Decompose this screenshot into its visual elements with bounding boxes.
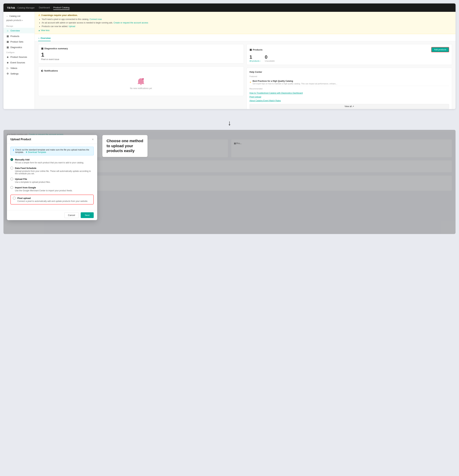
upload-file-radio[interactable] [10,178,13,180]
product-sources-icon: ◈ [6,56,9,58]
home-icon: ⌂ [38,37,40,39]
pixel-upload-desc: Connect a pixel to automatically add and… [13,200,91,202]
all-products-number: 1 [250,54,261,60]
featured-label: Featured [250,75,449,77]
recommended-label: Recommended [250,88,449,90]
nav-product-catalog[interactable]: Product Catalog [53,6,69,10]
diagnostics-icon: ▦ [6,46,9,49]
brand-logo: TikTok : Catalog Manager [7,6,35,9]
sidebar-item-products[interactable]: ▦ Products [3,33,34,39]
products-card-header: ▦ Products Add products [250,47,449,52]
import-google-desc: Use the Google Merchant Center to import… [10,189,94,192]
main-layout: ← Catalog List pipiads products ▾ Manage… [3,12,456,109]
diagnostics-number: 1 [41,52,241,58]
sidebar-item-settings[interactable]: ⚙ Settings [3,71,34,76]
diagnostics-card: ▦ Diagnostics summary 1 Pixel or event i… [38,44,244,64]
upload-file-label[interactable]: Upload File [10,178,94,180]
stat-unavailable: 0 Unavailable [265,54,275,62]
upload-link[interactable]: Upload [68,25,75,28]
sidebar: ← Catalog List pipiads products ▾ Manage… [3,12,35,109]
cancel-button[interactable]: Cancel [64,212,79,218]
info-icon: ℹ [13,149,14,151]
nav-dashboard[interactable]: Dashboard [39,6,50,10]
data-feed-title: Data Feed Schedule [15,167,36,170]
modal-title: Upload Product [10,138,31,141]
notifications-empty: No new notifications yet [41,74,241,93]
sidebar-item-product-sets[interactable]: ▦ Product Sets [3,39,34,44]
modal-body: ℹ Check out the standard template and ma… [7,144,97,210]
create-account-link[interactable]: Create or request the account access [114,22,148,24]
tiktok-wordmark: TikTok [7,6,15,9]
warning-item-1: You'll need a pixel or app connected to … [42,17,452,21]
modal-close-button[interactable]: × [92,138,94,141]
import-google-label[interactable]: Import from Google [10,186,94,189]
view-all-button[interactable]: View all ↗ [250,104,449,109]
data-feed-radio[interactable] [10,167,13,170]
manually-add-radio[interactable] [10,158,13,161]
sidebar-item-label: Diagnostics [10,46,22,49]
help-center-title: Help Center [250,71,449,73]
info-banner: ℹ Check out the standard template and ma… [10,147,94,155]
products-icon: ▦ [6,35,9,37]
sidebar-item-label: Event Sources [10,61,25,64]
pixel-upload-box: Pixel upload Connect a pixel to automati… [10,195,94,204]
radio-manually-add: Manually Add Fill out a simple form for … [10,158,94,164]
sidebar-item-event-sources[interactable]: ◈ Event Sources [3,60,34,65]
connect-now-link[interactable]: Connect now [90,18,102,20]
add-products-button[interactable]: Add products [431,47,449,52]
data-feed-label[interactable]: Data Feed Schedule [10,167,94,170]
featured-item: ✦ Best Practices for a High Quality Cata… [250,79,449,86]
app-name: Catalog Manager [17,6,35,9]
catalog-list-label: Catalog List [9,15,20,17]
sidebar-item-overview[interactable]: ⌂ Overview [3,28,34,33]
overview-tab[interactable]: ⌂ Overview [38,35,51,41]
svg-point-0 [140,84,142,85]
sidebar-item-product-sources[interactable]: ◈ Product Sources [3,54,34,60]
chevron-icon: ▾ [22,19,23,21]
top-navigation: TikTok : Catalog Manager Dashboard Produ… [3,3,456,12]
sidebar-item-diagnostics[interactable]: ▦ Diagnostics [3,44,34,50]
pixel-upload-radio[interactable] [13,197,16,199]
diagnostics-label: Pixel or event issue [41,58,241,60]
notifications-card-title: ◐ Notifications [41,69,241,72]
help-link-3[interactable]: About Catalog Event Match Rates [250,99,449,102]
notifications-icon: ◐ [41,69,43,72]
modal-footer: Cancel Next [7,210,97,220]
products-card: ▦ Products Add products 1 All products › [247,44,452,65]
overview-nav: ⌂ Overview [35,34,456,41]
bell-icon [137,78,144,86]
sidebar-item-videos[interactable]: ▷ Videos [3,65,34,71]
back-arrow-icon: ← [6,15,8,17]
sidebar-item-label: Products [10,35,19,37]
settings-icon: ⚙ [6,72,9,75]
featured-title: Best Practices for a High Quality Catalo… [253,80,337,82]
chevron-up-icon: ▲ [38,29,40,32]
catalog-back-button[interactable]: ← Catalog List [3,14,34,18]
left-column: ▦ Diagnostics summary 1 Pixel or event i… [38,44,244,109]
download-icon: ⬇ [25,151,27,153]
arrow-annotation: ↓ [3,119,456,126]
catalog-name: pipiads products ▾ [3,18,34,24]
warning-icon: ⚠ [38,14,40,17]
notifications-card: ◐ Notifications [38,66,244,96]
sidebar-item-label: Overview [10,29,20,32]
help-center-card: Help Center Featured ✦ Best Practices fo… [247,68,452,109]
event-sources-icon: ◈ [6,61,9,64]
next-button[interactable]: Next [81,212,94,218]
import-google-radio[interactable] [10,186,13,189]
view-less-button[interactable]: ▲ View less [38,29,50,32]
diagnostics-card-icon: ▦ [41,47,43,50]
all-products-label: All products › [250,60,261,62]
dashboard-section: TikTok : Catalog Manager Dashboard Produ… [3,3,456,109]
pixel-upload-label[interactable]: Pixel upload [13,197,91,199]
videos-icon: ▷ [6,67,9,69]
download-template-link[interactable]: ⬇ Download Template [25,151,46,153]
down-arrow-icon: ↓ [228,119,231,126]
manually-add-title: Manually Add [15,158,30,161]
modal-overlay: Upload Product × ℹ Check out the standar… [3,130,456,234]
manually-add-label[interactable]: Manually Add [10,158,94,161]
help-link-1[interactable]: How to Troubleshoot Catalog with Diagnos… [250,91,449,95]
help-link-2[interactable]: Pixel Upload [250,95,449,99]
sidebar-item-label: Settings [10,72,18,75]
callout-text: Choose one method to upload your product… [107,138,143,153]
